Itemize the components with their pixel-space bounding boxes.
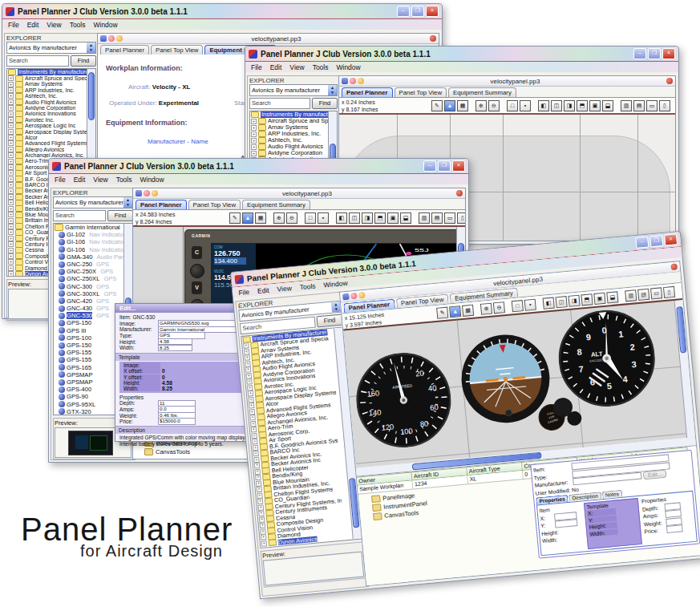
zoom-out-icon[interactable]: ⊖: [286, 212, 297, 224]
expand-icon[interactable]: +: [257, 499, 264, 505]
expand-icon[interactable]: +: [8, 159, 14, 164]
zoom-out-icon[interactable]: ⊖: [493, 301, 505, 314]
tree-item[interactable]: +Audio Flight Avionics: [250, 144, 337, 150]
menu-item[interactable]: Tools: [70, 21, 86, 29]
expand-icon[interactable]: +: [246, 373, 253, 379]
tree-item[interactable]: +Arnav Systems: [250, 124, 337, 131]
pointer-icon[interactable]: ▲: [449, 306, 461, 318]
pointer-icon[interactable]: ▲: [444, 100, 455, 111]
match-width-icon[interactable]: ▭: [646, 100, 658, 111]
align-left-icon[interactable]: ◧: [538, 100, 549, 111]
expand-icon[interactable]: +: [8, 99, 14, 105]
align-middle-icon[interactable]: ▣: [589, 100, 601, 111]
expand-icon[interactable]: +: [8, 117, 14, 123]
tab-panel-top-view[interactable]: Panel Top View: [151, 45, 203, 55]
close-button[interactable]: ×: [426, 6, 439, 17]
match-height-icon[interactable]: ▯: [457, 212, 466, 224]
expand-icon[interactable]: +: [261, 535, 267, 541]
tree-item[interactable]: GI-106Nav Indicator: [54, 238, 132, 245]
doc-close-icon[interactable]: [144, 190, 150, 196]
expand-icon[interactable]: +: [8, 200, 14, 205]
align-left-icon[interactable]: ◧: [543, 297, 555, 310]
expand-icon[interactable]: +: [254, 468, 261, 475]
tree-item[interactable]: GNC-250XGPS: [54, 268, 132, 275]
frame-icon[interactable]: ▦: [457, 100, 468, 111]
minimize-button[interactable]: –: [635, 237, 649, 249]
tab-panel-top-view[interactable]: Panel Top View: [395, 87, 447, 97]
doc-close-icon[interactable]: [350, 78, 356, 84]
match-width-icon[interactable]: ▭: [650, 287, 662, 299]
expand-icon[interactable]: +: [251, 144, 257, 150]
menu-item[interactable]: Window: [323, 278, 348, 289]
expand-icon[interactable]: +: [249, 403, 255, 409]
titlebar[interactable]: Panel Planner J Club Version 3.0.0 beta …: [2, 4, 442, 19]
doc-minimize-icon[interactable]: [358, 292, 366, 299]
minimize-button[interactable]: –: [633, 48, 646, 59]
align-right-icon[interactable]: ◨: [564, 100, 575, 111]
restore-button[interactable]: ❐: [648, 48, 661, 59]
tab-equipment-summary[interactable]: Equipment Summary: [242, 200, 310, 209]
combobox-arrows-icon[interactable]: ▲▼: [123, 197, 132, 208]
align-top-icon[interactable]: ⬒: [374, 212, 386, 224]
expand-icon[interactable]: +: [8, 206, 14, 212]
close-button[interactable]: ×: [664, 233, 678, 245]
align-center-icon[interactable]: ◫: [556, 296, 568, 308]
expand-icon[interactable]: +: [8, 164, 14, 170]
menu-item[interactable]: View: [277, 284, 292, 293]
align-top-icon[interactable]: ⬒: [581, 293, 593, 306]
expand-icon[interactable]: +: [251, 132, 257, 137]
doc-minimize-icon[interactable]: [116, 35, 123, 42]
square-icon[interactable]: □: [512, 300, 524, 312]
gps-vloc-flip-button[interactable]: V: [192, 281, 202, 294]
expand-icon[interactable]: +: [260, 523, 266, 529]
menu-item[interactable]: Edit: [27, 21, 39, 29]
pencil-icon[interactable]: ✎: [229, 212, 241, 224]
expand-icon[interactable]: +: [8, 212, 14, 217]
y-offset-value[interactable]: 0: [162, 374, 165, 380]
tree-item[interactable]: +Avidyne Corporation: [250, 150, 337, 156]
tree-item[interactable]: GMA-340Audio Panel: [54, 253, 132, 261]
expand-icon[interactable]: +: [8, 82, 14, 87]
expand-icon[interactable]: +: [8, 265, 14, 271]
frame-icon[interactable]: ▦: [255, 212, 266, 224]
zoom-in-icon[interactable]: ⊕: [480, 303, 492, 315]
expand-icon[interactable]: +: [8, 105, 14, 111]
search-input[interactable]: Search: [53, 210, 106, 221]
menu-item[interactable]: Edit: [74, 176, 86, 184]
restore-button[interactable]: ❐: [438, 160, 451, 172]
expand-icon[interactable]: +: [8, 218, 14, 224]
expand-icon[interactable]: +: [257, 492, 263, 499]
close-button[interactable]: ×: [452, 160, 465, 172]
tree-item[interactable]: GNC-300XLGPS: [54, 290, 132, 297]
doc-menu-icon[interactable]: [136, 190, 142, 196]
square-icon[interactable]: □: [305, 212, 316, 224]
expand-icon[interactable]: +: [251, 427, 257, 433]
minimize-button[interactable]: –: [397, 6, 410, 17]
document-titlebar[interactable]: velocitypanel.pp3: [98, 34, 439, 44]
menu-item[interactable]: File: [8, 21, 19, 29]
menu-item[interactable]: Edit: [257, 285, 270, 294]
expand-icon[interactable]: +: [8, 170, 14, 176]
tree-item[interactable]: +Allegro Avionics: [7, 147, 95, 152]
x-offset-value[interactable]: 0: [162, 368, 165, 374]
find-button[interactable]: Find: [312, 98, 338, 109]
pencil-icon[interactable]: ✎: [431, 100, 443, 111]
expand-icon[interactable]: +: [8, 271, 14, 277]
pointer-icon[interactable]: ▲: [242, 212, 253, 224]
expand-icon[interactable]: +: [8, 111, 14, 117]
match-height-icon[interactable]: ▯: [663, 286, 675, 298]
expand-icon[interactable]: +: [251, 151, 257, 156]
tree-item[interactable]: +ARP Industries, Inc.: [250, 131, 337, 137]
menu-item[interactable]: View: [289, 63, 304, 71]
expand-icon[interactable]: +: [8, 129, 14, 135]
expand-icon[interactable]: +: [255, 475, 261, 481]
tree-root[interactable]: Instruments By manufacturer: [250, 111, 337, 118]
tree-item[interactable]: GI-102Nav Indicator: [54, 231, 132, 238]
search-input[interactable]: Search: [6, 55, 69, 67]
tree-root[interactable]: Garmin International: [54, 224, 132, 231]
zoom-out-icon[interactable]: ⊖: [488, 100, 500, 111]
expand-icon[interactable]: +: [8, 188, 14, 194]
menu-item[interactable]: Window: [140, 176, 164, 184]
menu-item[interactable]: Tools: [299, 281, 316, 291]
expand-icon[interactable]: +: [8, 147, 14, 152]
